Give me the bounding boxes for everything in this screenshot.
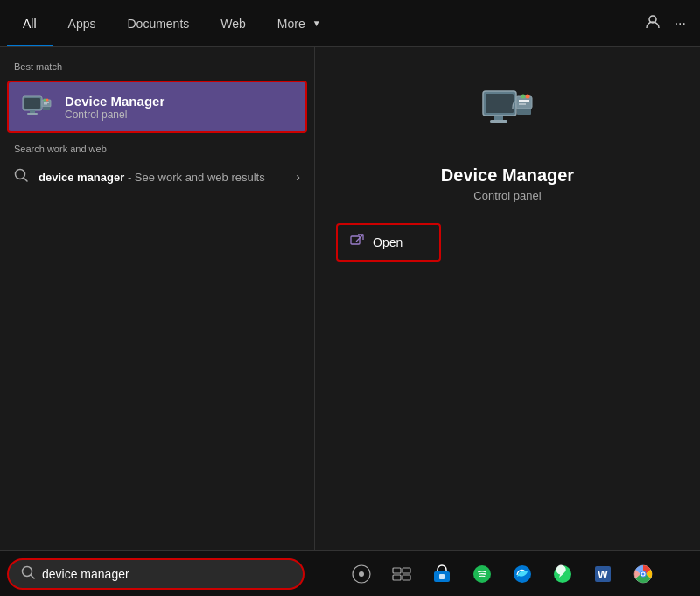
svg-rect-14 [486, 94, 514, 113]
edge-icon[interactable] [503, 555, 542, 593]
svg-point-11 [16, 170, 25, 179]
right-panel: Device Manager Control panel Open [315, 47, 700, 550]
chevron-down-icon: ▼ [312, 18, 321, 28]
task-view-button[interactable] [382, 555, 421, 593]
tab-web[interactable]: Web [205, 0, 262, 46]
open-icon [350, 234, 364, 251]
svg-point-21 [526, 95, 530, 99]
taskbar-search[interactable] [7, 558, 304, 590]
svg-rect-29 [393, 568, 401, 573]
main-content: Best match Device Man [0, 47, 700, 550]
tab-web-label: Web [220, 17, 246, 31]
web-search-item[interactable]: device manager - See work and web result… [0, 159, 314, 194]
chevron-right-icon: › [296, 170, 300, 184]
svg-rect-30 [402, 568, 410, 573]
svg-point-44 [642, 572, 645, 575]
taskbar-search-icon [21, 565, 35, 583]
spotify-icon[interactable] [463, 555, 501, 593]
svg-point-10 [44, 99, 46, 102]
svg-rect-8 [43, 107, 50, 110]
tab-more[interactable]: More ▼ [262, 0, 337, 46]
store-icon[interactable] [423, 555, 461, 593]
device-manager-icon-small [21, 91, 52, 123]
svg-text:W: W [598, 569, 608, 581]
best-match-item[interactable]: Device Manager Control panel [7, 81, 307, 133]
web-section-label: Search work and web [0, 140, 314, 159]
svg-rect-3 [30, 110, 35, 113]
svg-rect-23 [351, 236, 360, 244]
best-match-info: Device Manager Control panel [65, 94, 164, 121]
svg-rect-32 [402, 575, 410, 580]
svg-rect-16 [490, 120, 508, 123]
best-match-subtitle: Control panel [65, 109, 164, 121]
person-icon[interactable] [645, 14, 661, 33]
svg-line-26 [32, 575, 35, 578]
chrome-icon[interactable] [624, 555, 662, 593]
svg-rect-2 [24, 98, 40, 109]
whatsapp-icon[interactable] [543, 555, 582, 593]
svg-rect-6 [44, 102, 49, 103]
query-bold: device manager [38, 171, 124, 184]
best-match-label: Best match [0, 58, 314, 77]
taskbar-icons: W [304, 555, 700, 593]
svg-rect-31 [393, 575, 401, 580]
open-label: Open [373, 235, 402, 249]
svg-point-22 [522, 95, 526, 99]
svg-rect-34 [439, 574, 444, 579]
svg-rect-7 [44, 103, 47, 105]
tab-all-label: All [23, 17, 37, 31]
svg-rect-18 [519, 100, 529, 102]
open-button[interactable]: Open [336, 223, 441, 262]
search-header: All Apps Documents Web More ▼ ··· [0, 0, 700, 47]
svg-rect-4 [27, 113, 38, 115]
taskbar-search-input[interactable] [42, 567, 290, 581]
tab-more-label: More [277, 17, 305, 31]
detail-title: Device Manager [441, 165, 574, 186]
best-match-title: Device Manager [65, 94, 164, 109]
detail-subtitle: Control panel [473, 189, 541, 202]
tab-apps[interactable]: Apps [52, 0, 112, 46]
tab-all[interactable]: All [7, 0, 52, 46]
svg-point-28 [359, 571, 364, 577]
device-manager-icon-large [480, 82, 536, 151]
left-panel: Best match Device Man [0, 47, 315, 550]
svg-rect-15 [494, 116, 503, 120]
tab-documents-label: Documents [127, 17, 189, 31]
svg-point-25 [23, 566, 32, 576]
svg-rect-19 [519, 103, 526, 105]
header-icons: ··· [645, 14, 693, 33]
search-circle-icon [14, 168, 28, 186]
tab-documents[interactable]: Documents [111, 0, 205, 46]
word-icon[interactable]: W [584, 555, 622, 593]
svg-line-12 [24, 179, 28, 182]
detail-actions: Open [315, 223, 700, 262]
svg-point-9 [46, 99, 49, 102]
ellipsis-icon[interactable]: ··· [675, 16, 686, 32]
web-section: Search work and web device manager - See… [0, 140, 314, 194]
query-rest: - See work and web results [124, 171, 264, 184]
start-button[interactable] [342, 555, 381, 593]
tab-apps-label: Apps [68, 17, 96, 31]
taskbar: W [0, 550, 700, 596]
svg-rect-20 [517, 109, 531, 115]
web-search-text: device manager - See work and web result… [38, 171, 285, 184]
